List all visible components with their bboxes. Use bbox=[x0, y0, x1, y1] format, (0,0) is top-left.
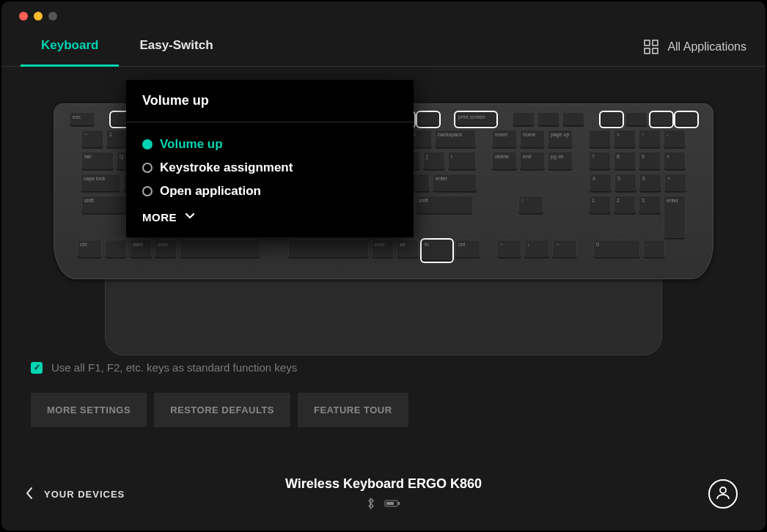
svg-point-7 bbox=[720, 487, 726, 493]
key-insert[interactable]: insert bbox=[492, 130, 517, 149]
svg-rect-1 bbox=[653, 40, 658, 45]
minimize-window-button[interactable] bbox=[34, 12, 43, 21]
numpad-1[interactable]: 1 bbox=[589, 196, 611, 215]
key-tab[interactable]: tab bbox=[81, 152, 114, 171]
numpad-8[interactable]: 8 bbox=[614, 152, 636, 171]
key-1[interactable]: 1 bbox=[106, 130, 128, 149]
option-open-app-label: Open application bbox=[160, 184, 261, 199]
key-rshift[interactable]: shift bbox=[416, 196, 473, 215]
numpad-5[interactable]: 5 bbox=[614, 174, 636, 193]
apps-grid-icon bbox=[644, 40, 658, 54]
fn-keys-checkbox-label: Use all F1, F2, etc. keys as standard fu… bbox=[51, 361, 297, 374]
more-label: MORE bbox=[142, 211, 177, 223]
numpad-add[interactable]: + bbox=[664, 174, 686, 193]
your-devices-back-button[interactable]: YOUR DEVICES bbox=[25, 486, 125, 503]
key-down[interactable]: ↓ bbox=[524, 240, 549, 259]
key-home[interactable]: home bbox=[520, 130, 545, 149]
numpad-dot[interactable]: . bbox=[643, 240, 665, 259]
key-lalt[interactable]: start bbox=[130, 240, 152, 259]
key-fn[interactable]: fn bbox=[422, 240, 452, 262]
key-nav1[interactable] bbox=[513, 112, 535, 127]
key-rspace[interactable] bbox=[288, 240, 369, 259]
account-button[interactable] bbox=[708, 479, 738, 509]
all-applications-label: All Applications bbox=[667, 40, 746, 53]
key-lshift[interactable]: shift bbox=[81, 196, 131, 215]
key-esc[interactable]: esc bbox=[70, 112, 95, 127]
battery-icon bbox=[384, 498, 400, 512]
option-keystroke-label: Keystroke assignment bbox=[160, 160, 293, 175]
popup-title: Volume up bbox=[126, 80, 414, 122]
numpad-9[interactable]: 9 bbox=[639, 152, 661, 171]
close-window-button[interactable] bbox=[19, 12, 28, 21]
key-caps[interactable]: caps lock bbox=[81, 174, 120, 193]
radio-selected-icon bbox=[142, 139, 153, 149]
svg-rect-0 bbox=[645, 40, 650, 45]
all-applications-selector[interactable]: All Applications bbox=[644, 32, 746, 62]
key-delete[interactable]: delete bbox=[492, 152, 517, 171]
svg-rect-3 bbox=[653, 48, 658, 53]
key-menu[interactable] bbox=[650, 112, 672, 127]
tab-easy-switch[interactable]: Easy-Switch bbox=[119, 28, 233, 66]
more-options-toggle[interactable]: MORE bbox=[142, 203, 397, 224]
more-settings-button[interactable]: MORE SETTINGS bbox=[31, 393, 147, 427]
numpad-7[interactable]: 7 bbox=[589, 152, 611, 171]
key-rbracket[interactable]: ] bbox=[423, 152, 445, 171]
radio-icon bbox=[142, 163, 153, 173]
key-tilde[interactable]: ~ bbox=[81, 130, 103, 149]
numpad-numlock[interactable] bbox=[589, 130, 611, 149]
key-pgdn[interactable]: pg dn bbox=[548, 152, 573, 171]
radio-icon bbox=[142, 186, 153, 196]
key-top2[interactable] bbox=[625, 112, 647, 127]
numpad-0[interactable]: 0 bbox=[593, 240, 640, 259]
numpad-subtract[interactable]: × bbox=[664, 152, 686, 171]
svg-rect-5 bbox=[398, 502, 400, 505]
key-calc[interactable] bbox=[601, 112, 623, 127]
svg-rect-6 bbox=[386, 502, 394, 505]
option-keystroke-assignment[interactable]: Keystroke assignment bbox=[142, 156, 397, 180]
key-lock[interactable] bbox=[417, 112, 439, 127]
numpad-div[interactable]: = bbox=[614, 130, 636, 149]
numpad-3[interactable]: 3 bbox=[639, 196, 661, 215]
key-lcmd[interactable]: cmd bbox=[155, 240, 177, 259]
key-right[interactable]: → bbox=[552, 240, 577, 259]
key-ralt[interactable]: alt bbox=[397, 240, 419, 259]
key-rctrl[interactable]: ctrl bbox=[455, 240, 480, 259]
numpad-sub[interactable]: - bbox=[664, 130, 686, 149]
key-rcmd[interactable]: cmd bbox=[372, 240, 394, 259]
tab-keyboard[interactable]: Keyboard bbox=[21, 28, 119, 66]
key-lctrl[interactable]: ctrl bbox=[77, 240, 102, 259]
key-up[interactable]: ↑ bbox=[518, 196, 543, 215]
your-devices-label: YOUR DEVICES bbox=[44, 489, 125, 500]
key-lock2[interactable] bbox=[675, 112, 697, 127]
user-icon bbox=[715, 484, 731, 503]
svg-rect-2 bbox=[645, 48, 650, 53]
numpad-4[interactable]: 4 bbox=[590, 174, 612, 193]
chevron-left-icon bbox=[25, 486, 34, 503]
key-lspace[interactable] bbox=[180, 240, 260, 259]
key-nav3[interactable] bbox=[562, 112, 584, 127]
key-printscreen[interactable]: print screen bbox=[455, 112, 496, 127]
key-pgup[interactable]: page up bbox=[548, 130, 573, 149]
option-volume-up[interactable]: Volume up bbox=[142, 133, 397, 156]
key-backslash[interactable]: \ bbox=[448, 152, 476, 171]
key-win[interactable] bbox=[105, 240, 127, 259]
tab-bar: Keyboard Easy-Switch All Applications bbox=[1, 28, 766, 67]
fn-keys-checkbox[interactable]: ✓ bbox=[31, 362, 43, 374]
key-action-popup: Volume up Volume up Keystroke assignment… bbox=[126, 80, 414, 237]
palm-rest bbox=[105, 275, 662, 355]
numpad-enter[interactable]: enter bbox=[664, 196, 686, 240]
numpad-6[interactable]: 6 bbox=[639, 174, 661, 193]
numpad-2[interactable]: 2 bbox=[614, 196, 636, 215]
bluetooth-icon bbox=[367, 498, 375, 512]
key-enter[interactable]: enter bbox=[433, 174, 477, 193]
feature-tour-button[interactable]: FEATURE TOUR bbox=[298, 393, 408, 427]
option-open-application[interactable]: Open application bbox=[142, 180, 397, 203]
key-end[interactable]: end bbox=[520, 152, 545, 171]
maximize-window-button[interactable] bbox=[48, 12, 57, 21]
restore-defaults-button[interactable]: RESTORE DEFAULTS bbox=[154, 393, 290, 427]
key-backspace[interactable]: backspace bbox=[435, 130, 476, 149]
key-left[interactable]: ← bbox=[496, 240, 521, 259]
numpad-mul[interactable]: ÷ bbox=[639, 130, 661, 149]
key-nav2[interactable] bbox=[537, 112, 559, 127]
window-controls bbox=[1, 1, 766, 28]
